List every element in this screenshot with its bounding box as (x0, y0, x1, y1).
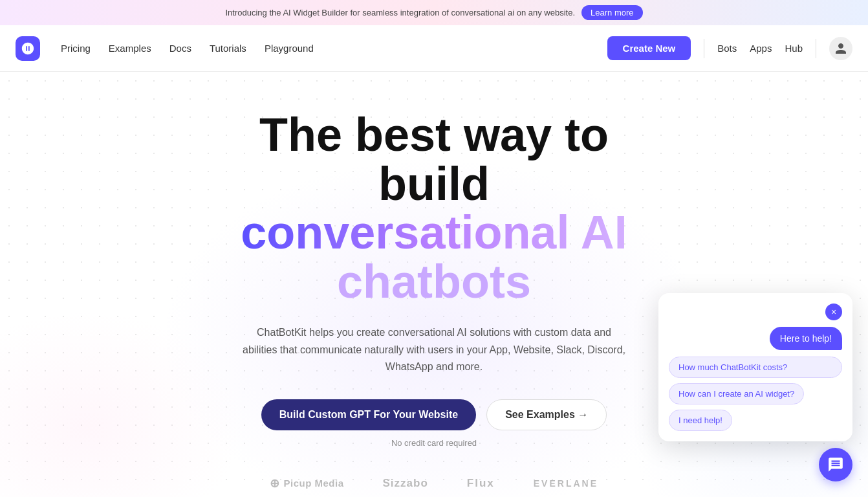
chat-widget: × Here to help! How much ChatBotKit cost… (658, 293, 852, 481)
learn-more-button[interactable]: Learn more (581, 5, 642, 20)
nav-item-tutorials[interactable]: Tutorials (210, 43, 246, 54)
logo-picup: ⊕ Picup Media (270, 476, 344, 491)
hero-content: The best way to build conversational AI … (240, 111, 628, 448)
hero-title-line2: build (240, 160, 628, 209)
user-avatar-button[interactable] (829, 37, 852, 60)
announcement-banner: Introducing the AI Widget Builder for se… (0, 0, 868, 25)
hero-title-line3: conversational AI (240, 208, 628, 258)
logos-row: ⊕ Picup Media Sizzabo Flux EVERLANE (270, 476, 598, 491)
hero-buttons: Build Custom GPT For Your Website See Ex… (240, 399, 628, 430)
sizzabo-label: Sizzabo (383, 477, 428, 490)
picup-label: Picup Media (283, 478, 343, 489)
nav-item-bots[interactable]: Bots (717, 43, 737, 54)
chat-suggestions-row: How can I create an AI widget? I need he… (669, 383, 842, 431)
chat-suggestion-costs[interactable]: How much ChatBotKit costs? (669, 357, 842, 378)
create-new-button[interactable]: Create New (607, 36, 691, 60)
nav-links: Pricing Examples Docs Tutorials Playgrou… (61, 43, 607, 54)
nav-item-playground[interactable]: Playground (265, 43, 314, 54)
user-icon (834, 42, 847, 55)
main-nav: Pricing Examples Docs Tutorials Playgrou… (0, 25, 868, 72)
logo-icon (21, 41, 35, 56)
picup-icon: ⊕ (270, 476, 280, 491)
chat-header: × (669, 304, 842, 320)
no-credit-text: No credit card required (240, 438, 628, 448)
chat-bubble-icon (827, 456, 844, 473)
nav-item-pricing[interactable]: Pricing (61, 43, 91, 54)
chat-suggestions: How much ChatBotKit costs? How can I cre… (669, 357, 842, 431)
nav-right: Create New Bots Apps Hub (607, 36, 852, 60)
chat-bubble-button[interactable] (819, 448, 852, 481)
chat-close-button[interactable]: × (825, 304, 842, 320)
logo-flux: Flux (467, 477, 495, 490)
nav-divider (704, 39, 704, 58)
chat-here-to-help: Here to help! (770, 327, 842, 350)
everlane-label: EVERLANE (534, 478, 598, 489)
hero-title-line4: chatbots (240, 258, 628, 307)
chat-panel: × Here to help! How much ChatBotKit cost… (658, 293, 852, 441)
banner-text: Introducing the AI Widget Builder for se… (225, 8, 575, 17)
chat-suggestion-widget[interactable]: How can I create an AI widget? (669, 383, 804, 404)
build-gpt-button[interactable]: Build Custom GPT For Your Website (261, 399, 476, 430)
hero-title-line1: The best way to (240, 111, 628, 160)
chat-suggestion-help[interactable]: I need help! (669, 410, 732, 431)
nav-item-docs[interactable]: Docs (169, 43, 191, 54)
nav-item-hub[interactable]: Hub (785, 43, 803, 54)
flux-label: Flux (467, 477, 495, 490)
nav-secondary-links: Bots Apps Hub (717, 43, 803, 54)
logo[interactable] (16, 36, 40, 61)
nav-divider-2 (816, 39, 816, 58)
nav-item-apps[interactable]: Apps (750, 43, 772, 54)
nav-item-examples[interactable]: Examples (109, 43, 151, 54)
hero-description: ChatBotKit helps you create conversation… (240, 324, 628, 375)
logo-sizzabo: Sizzabo (383, 477, 428, 490)
logo-everlane: EVERLANE (534, 478, 598, 489)
hero-title: The best way to build conversational AI … (240, 111, 628, 306)
see-examples-button[interactable]: See Examples → (486, 399, 607, 430)
